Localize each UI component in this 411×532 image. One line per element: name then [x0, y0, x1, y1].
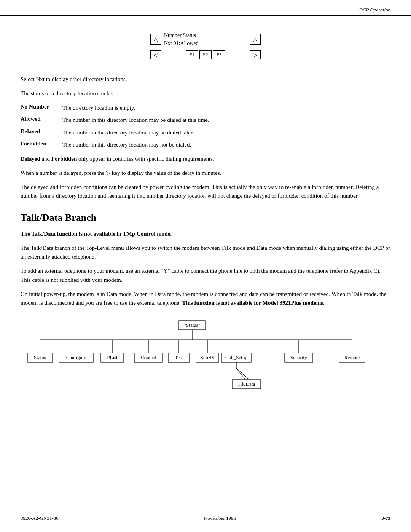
f2-button[interactable]: F2	[199, 50, 212, 59]
definition-table: No Number The directory location is empt…	[21, 104, 390, 149]
def-row-nonumber: No Number The directory location is empt…	[21, 104, 390, 112]
def-term-delayed: Delayed	[21, 128, 62, 135]
svg-text:SubHS: SubHS	[201, 355, 215, 360]
para2: The status of a directory location can b…	[21, 89, 390, 98]
arrow-right-button[interactable]: ▷	[250, 50, 261, 59]
svg-text:PList: PList	[107, 355, 118, 360]
para1: Select Nxt to display other directory lo…	[21, 75, 390, 84]
up-right-button[interactable]: △	[250, 34, 261, 45]
para3-rest: only appear in countries with specific d…	[78, 156, 214, 162]
footer-center: November 1996	[204, 515, 236, 521]
svg-text:"Status": "Status"	[184, 322, 200, 328]
svg-text:Call_Setup: Call_Setup	[225, 355, 247, 360]
svg-text:Test: Test	[175, 355, 183, 360]
def-term-allowed: Allowed	[21, 116, 62, 122]
svg-text:Security: Security	[290, 355, 307, 360]
device-image: △ Number Status Nxt 01:Allowed △ ◁ F1 F2…	[21, 27, 390, 64]
main-content: △ Number Status Nxt 01:Allowed △ ◁ F1 F2…	[0, 16, 411, 410]
tree-svg: "Status"	[21, 319, 390, 395]
svg-text:Tlk/Data: Tlk/Data	[237, 381, 255, 387]
device-bottom-row: ◁ F1 F2 F3 ▷	[150, 50, 261, 59]
def-desc-delayed: The number in this directory location ma…	[62, 128, 390, 137]
header-title: DCP Operation	[359, 7, 390, 13]
para7: To add an external telephone to your mod…	[21, 267, 390, 284]
device-screen: Number Status Nxt 01:Allowed	[164, 31, 247, 47]
para4-end: key to display the value of the delay in…	[112, 170, 221, 176]
def-term-nonumber: No Number	[21, 104, 62, 110]
svg-text:Remote: Remote	[344, 355, 360, 360]
def-row-allowed: Allowed The number in this directory loc…	[21, 116, 390, 125]
def-desc-allowed: The number in this directory location ma…	[62, 116, 390, 125]
f1-button[interactable]: F1	[186, 50, 198, 59]
section-heading: Talk/Data Branch	[21, 212, 390, 224]
page-footer: 3920-A2-GN31-30 November 1996 3-73	[0, 512, 411, 524]
footer-left: 3920-A2-GN31-30	[21, 515, 59, 521]
para4-start: When a number is delayed, press the	[21, 170, 106, 176]
warning-text: The Talk/Data function is not available …	[21, 231, 172, 237]
up-button[interactable]: △	[150, 34, 161, 45]
tree-diagram: "Status"	[21, 319, 390, 395]
svg-text:Configure: Configure	[66, 355, 86, 360]
warning: The Talk/Data function is not available …	[21, 230, 390, 238]
para8-bold: This function is not available for Model…	[182, 300, 324, 306]
screen-line1: Number Status	[164, 31, 247, 39]
para8: On initial power-up, the modem is in Dat…	[21, 290, 390, 308]
device-top-row: △ Number Status Nxt 01:Allowed △	[150, 31, 261, 47]
para3-forbidden: Forbidden	[51, 156, 77, 162]
svg-line-33	[236, 368, 249, 380]
f-buttons: F1 F2 F3	[186, 50, 225, 59]
def-desc-forbidden: The number in this directory location ma…	[62, 141, 390, 149]
def-row-delayed: Delayed The number in this directory loc…	[21, 128, 390, 137]
para4: When a number is delayed, press the ▷ ke…	[21, 169, 390, 177]
para3: Delayed and Forbidden only appear in cou…	[21, 155, 390, 163]
def-desc-nonumber: The directory location is empty.	[62, 104, 390, 112]
para5: The delayed and forbidden conditions can…	[21, 183, 390, 201]
def-term-forbidden: Forbidden	[21, 141, 62, 147]
svg-text:Status: Status	[34, 355, 46, 360]
para3-and: and	[41, 156, 51, 162]
arrow-left-button[interactable]: ◁	[150, 50, 161, 59]
screen-line2: Nxt 01:Allowed	[164, 39, 247, 47]
def-row-forbidden: Forbidden The number in this directory l…	[21, 141, 390, 149]
footer-right: 3-73	[381, 515, 390, 521]
svg-text:Control: Control	[141, 355, 156, 360]
device-box: △ Number Status Nxt 01:Allowed △ ◁ F1 F2…	[145, 27, 266, 64]
page-header: DCP Operation	[0, 0, 411, 16]
para6: The Talk/Data branch of the Top-Level me…	[21, 244, 390, 262]
page-wrapper: DCP Operation △ Number Status Nxt 01:All…	[0, 0, 411, 532]
f3-button[interactable]: F3	[213, 50, 225, 59]
para4-key: ▷	[106, 170, 110, 176]
svg-line-32	[236, 368, 245, 380]
para3-delayed: Delayed	[21, 156, 40, 162]
